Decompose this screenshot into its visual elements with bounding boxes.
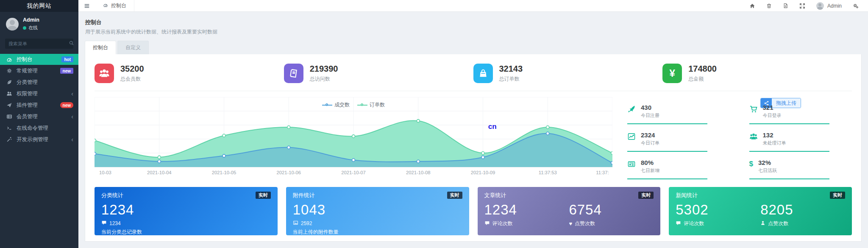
heart-icon: ♥ (569, 220, 572, 227)
svg-text:2021-10-06: 2021-10-06 (277, 170, 301, 175)
settings-icon[interactable] (853, 3, 859, 9)
cn-watermark: cn (488, 123, 497, 131)
fullscreen-icon[interactable] (799, 3, 805, 9)
card-title: 附件统计 (293, 192, 315, 199)
mini-stat-label: 今日注册 (641, 112, 659, 119)
yen-icon: ¥ (662, 64, 682, 83)
realtime-badge: 实时 (830, 192, 845, 199)
sidebar-menu: 控制台 hot 常规管理 new 分类管理 权限管理 ‹ (0, 54, 78, 145)
stat-label: 总访问数 (310, 75, 338, 83)
home-icon[interactable] (749, 3, 755, 9)
svg-text:2021-10-04: 2021-10-04 (147, 170, 171, 175)
card-title: 新闻统计 (676, 192, 698, 199)
mini-stat-value: 430 (641, 104, 659, 111)
users-icon (749, 132, 758, 141)
card-sub-value: 1234 (109, 220, 121, 226)
sidebar-item-label: 权限管理 (17, 90, 71, 98)
stat-value: 32143 (499, 64, 523, 74)
leaf-icon (6, 79, 13, 85)
mini-stat-label: 七日新增 (641, 167, 659, 174)
hot-badge: hot (61, 56, 73, 62)
tab-console[interactable]: 控制台 (85, 41, 116, 54)
terminal-icon (6, 125, 13, 131)
mini-stat-label: 今日订单 (641, 140, 659, 146)
sidebar-item-category[interactable]: 分类管理 (0, 77, 78, 88)
svg-text:11:37:: 11:37: (596, 170, 609, 175)
card-article-stats: 文章统计 实时 1234 评论次数 6754 ♥ (478, 187, 661, 235)
stat-value: 174800 (688, 64, 717, 74)
online-dot-icon (23, 26, 26, 30)
svg-text:2021-10-08: 2021-10-08 (406, 170, 430, 175)
realtime-badge: 实时 (256, 192, 271, 199)
stats-row: 35200 总会员数 219390 总访问数 32143 (95, 61, 852, 91)
card-sub-label: 点赞次数 (768, 220, 788, 227)
sidebar-item-label: 控制台 (17, 56, 61, 63)
stat-value: 35200 (120, 64, 144, 74)
chart-line-icon (627, 132, 636, 141)
gears-icon (6, 68, 13, 74)
tab-custom[interactable]: 自定义 (117, 41, 149, 54)
sidebar-item-example[interactable]: 开发示例管理 ‹ (0, 134, 78, 145)
summary-cards: 分类统计 实时 1234 1234 当前分类总记录数 附件统计 实时 1043 (95, 187, 852, 235)
card-value: 5302 (676, 202, 760, 218)
mini-stat-value: 2324 (641, 131, 659, 139)
mini-stat-login: 321 今日登录 (749, 104, 852, 124)
topbar-user-menu[interactable]: Admin (816, 2, 842, 10)
user-status-label: 在线 (28, 25, 38, 31)
sidebar-item-addon[interactable]: 插件管理 new (0, 100, 78, 111)
legend-label: 订单数 (370, 101, 385, 109)
mini-stat-today-orders: 2324 今日订单 (627, 131, 730, 152)
card-value: 6754 (569, 202, 654, 218)
mini-stat-week-active: $ 32% 七日活跃 (749, 159, 852, 179)
chevron-left-icon: ‹ (71, 137, 73, 142)
card-category-stats: 分类统计 实时 1234 1234 当前分类总记录数 (95, 187, 278, 235)
card-value: 1234 (484, 202, 569, 218)
legend-item-deals[interactable]: 成交数 (322, 101, 350, 109)
legend-marker-icon (322, 103, 332, 107)
table-icon (6, 114, 13, 120)
stat-label: 总金额 (688, 75, 717, 83)
user-panel: Admin 在线 (0, 12, 78, 35)
rocket-icon (627, 105, 636, 113)
chevron-left-icon: ‹ (71, 114, 73, 120)
image-icon (293, 220, 298, 227)
sidebar-item-general[interactable]: 常规管理 new (0, 65, 78, 76)
stat-total-amount: ¥ 174800 总金额 (662, 64, 852, 83)
page-subtitle: 用于展示当前系统中的统计数据、统计报表及重要实时数据 (85, 28, 861, 36)
mini-stat-unprocessed: 132 未处理订单 (749, 131, 852, 152)
stat-value: 219390 (310, 64, 338, 74)
sidebar-item-auth[interactable]: 权限管理 ‹ (0, 88, 78, 99)
sidebar-item-user[interactable]: 会员管理 ‹ (0, 111, 78, 122)
card-description: 当前上传的附件数量 (293, 228, 462, 236)
dashboard-icon (103, 3, 108, 9)
card-sub-label: 评论次数 (492, 220, 513, 227)
send-icon (6, 102, 13, 108)
trash-icon[interactable] (766, 3, 772, 8)
sidebar-item-label: 插件管理 (17, 102, 60, 109)
svg-text:11:37:53: 11:37:53 (539, 170, 557, 175)
book-icon (284, 64, 303, 83)
mini-stats-panel: 拖拽上传 430 今日注册 (612, 97, 852, 179)
menu-toggle-button[interactable] (78, 0, 95, 11)
card-title: 文章统计 (484, 192, 506, 199)
search-input[interactable] (8, 41, 69, 46)
card-value: 8205 (760, 202, 845, 218)
main-area: 控制台 Admin 控制台 用于展示当前系统中的 (78, 0, 868, 248)
stat-label: 总订单数 (499, 75, 523, 83)
newspaper-icon (627, 160, 636, 168)
sidebar-item-label: 会员管理 (17, 113, 71, 120)
new-badge: new (60, 68, 73, 74)
sidebar-item-console[interactable]: 控制台 hot (0, 54, 78, 65)
mini-stat-label: 今日登录 (763, 112, 782, 119)
avatar[interactable] (6, 18, 19, 31)
legend-item-orders[interactable]: 订单数 (357, 101, 385, 109)
avatar (816, 2, 824, 10)
mini-stat-value: 321 (763, 104, 782, 111)
search-icon (69, 40, 74, 47)
topbar-tab-console[interactable]: 控制台 (95, 0, 134, 11)
page-title: 控制台 (85, 19, 861, 26)
legend-marker-icon (357, 103, 367, 107)
clear-cache-icon[interactable] (783, 3, 788, 8)
sidebar-item-command[interactable]: 在线命令管理 (0, 123, 78, 134)
mini-stat-label: 未处理订单 (763, 140, 786, 146)
